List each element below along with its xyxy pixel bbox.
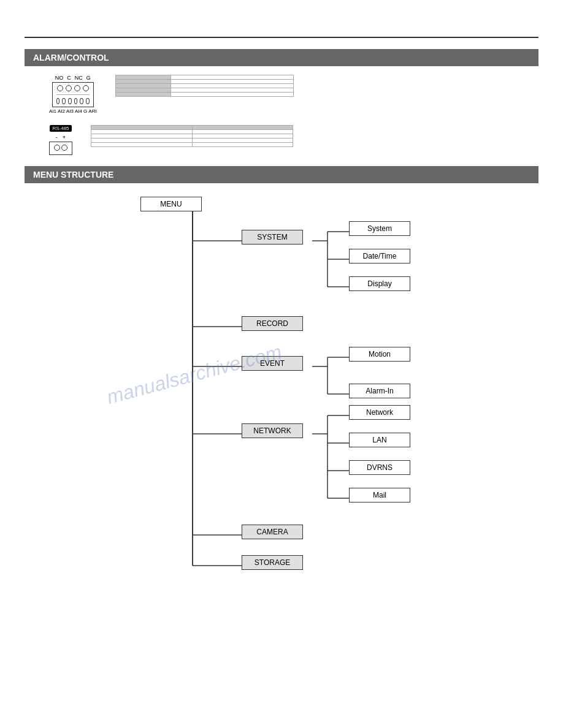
rs485-badge: RS-485 xyxy=(50,125,71,132)
menu-node: MENU xyxy=(140,197,202,211)
rs485-pin-minus xyxy=(54,145,60,151)
alarm-connector-box xyxy=(52,82,94,107)
rs485-cell-1-2 xyxy=(192,130,293,134)
rs485-cell-4-2 xyxy=(192,143,293,147)
pin-ai1 xyxy=(56,98,60,104)
rs485-col2-header xyxy=(192,126,293,130)
rs485-row-1 xyxy=(91,130,293,134)
network-child-dvrns: DVRNS xyxy=(349,460,410,475)
motion-label: Motion xyxy=(349,347,410,362)
mail-label: Mail xyxy=(349,488,410,502)
rs485-table xyxy=(91,125,293,147)
record-node: RECORD xyxy=(242,316,303,331)
menu-label: MENU xyxy=(140,197,202,211)
pin-no xyxy=(57,85,63,91)
storage-node: STORAGE xyxy=(242,555,303,570)
alarm-cell-value-1 xyxy=(170,75,293,80)
rs485-col1-header xyxy=(91,126,193,130)
rs485-cell-3-1 xyxy=(91,138,193,143)
alarm-row-4 xyxy=(115,88,293,93)
alarmin-label: Alarm-In xyxy=(349,384,410,398)
rs485-diagram: RS-485 - + xyxy=(49,125,72,155)
pin-c xyxy=(66,85,72,91)
camera-node: CAMERA xyxy=(242,525,303,539)
menu-tree-wrapper: MENU SYSTEM System Date/Time Display REC… xyxy=(91,192,472,584)
display-label: Display xyxy=(349,276,410,291)
network-child-network: Network xyxy=(349,405,410,420)
rs485-row-3 xyxy=(91,138,293,143)
alarm-row-1 xyxy=(115,75,293,80)
pin-nc xyxy=(74,85,80,91)
system-label: SYSTEM xyxy=(242,230,303,245)
network-child-mail: Mail xyxy=(349,488,410,502)
alarm-cell-value-3 xyxy=(170,84,293,88)
alarm-row-5 xyxy=(115,93,293,97)
dvrns-label: DVRNS xyxy=(349,460,410,475)
alarm-row-2 xyxy=(115,80,293,84)
section-header-alarm: ALARM/CONTROL xyxy=(25,49,538,66)
alarm-cell-value-5 xyxy=(170,93,293,97)
rs485-cell-3-2 xyxy=(192,138,293,143)
datetime-label: Date/Time xyxy=(349,249,410,264)
alarm-pin-labels-top: NO C NC G xyxy=(55,75,91,81)
alarm-row-3 xyxy=(115,84,293,88)
network-child-lan: LAN xyxy=(349,433,410,447)
pin-ai4 xyxy=(74,98,78,104)
record-label: RECORD xyxy=(242,316,303,331)
rs485-cell-1-1 xyxy=(91,130,193,134)
alarm-cell-label-3 xyxy=(115,84,170,88)
pin-ai2 xyxy=(62,98,66,104)
alarm-pin-labels-bottom: AI1 AI2 AI3 AI4 G ARI xyxy=(49,108,97,114)
event-node: EVENT xyxy=(242,356,303,371)
event-child-alarmin: Alarm-In xyxy=(349,384,410,398)
pin-ai3 xyxy=(68,98,72,104)
rs485-header-row xyxy=(91,126,293,130)
top-rule xyxy=(25,37,538,38)
rs485-pin-labels: - + xyxy=(56,134,66,140)
rs485-section: RS-485 - + xyxy=(49,125,538,155)
network-child-network-label: Network xyxy=(349,405,410,420)
camera-label: CAMERA xyxy=(242,525,303,539)
rs485-pin-plus xyxy=(61,145,67,151)
alarm-cell-value-4 xyxy=(170,88,293,93)
network-node: NETWORK xyxy=(242,423,303,438)
alarm-connector-section: NO C NC G xyxy=(49,75,538,114)
system-node: SYSTEM xyxy=(242,230,303,245)
rs485-connector-box xyxy=(49,142,72,155)
rs485-cell-2-2 xyxy=(192,134,293,138)
rs485-cell-2-1 xyxy=(91,134,193,138)
lan-label: LAN xyxy=(349,433,410,447)
pin-g xyxy=(83,85,89,91)
section-header-menu: MENU STRUCTURE xyxy=(25,166,538,183)
alarm-cell-label-2 xyxy=(115,80,170,84)
event-label: EVENT xyxy=(242,356,303,371)
system-child-display: Display xyxy=(349,276,410,291)
alarm-cell-label-4 xyxy=(115,88,170,93)
alarm-connector-diagram: NO C NC G xyxy=(49,75,97,114)
network-label: NETWORK xyxy=(242,423,303,438)
system-child-system-label: System xyxy=(349,221,410,236)
alarm-table xyxy=(115,75,294,97)
rs485-row-4 xyxy=(91,143,293,147)
system-child-datetime: Date/Time xyxy=(349,249,410,264)
system-child-system: System xyxy=(349,221,410,236)
alarm-cell-label-1 xyxy=(115,75,170,80)
rs485-row-2 xyxy=(91,134,293,138)
event-child-motion: Motion xyxy=(349,347,410,362)
rs485-cell-4-1 xyxy=(91,143,193,147)
alarm-cell-label-5 xyxy=(115,93,170,97)
storage-label: STORAGE xyxy=(242,555,303,570)
pin-ari xyxy=(86,98,90,104)
pin-g2 xyxy=(80,98,83,104)
alarm-cell-value-2 xyxy=(170,80,293,84)
